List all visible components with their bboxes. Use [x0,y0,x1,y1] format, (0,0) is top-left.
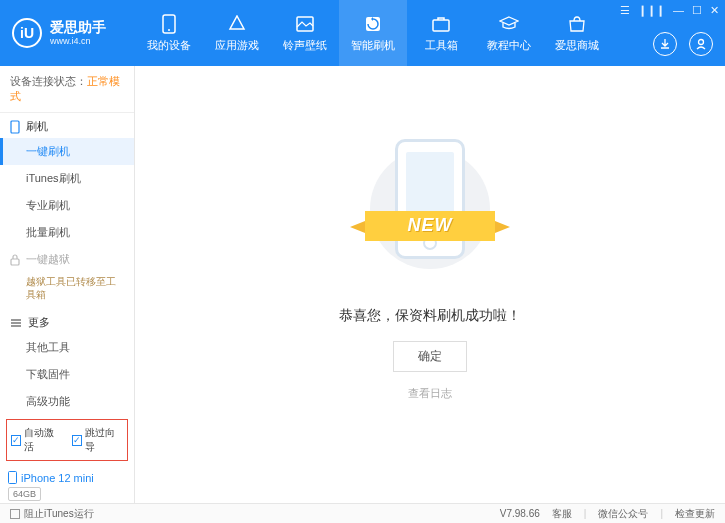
sidebar-group-flash[interactable]: 刷机 [0,113,134,138]
lock-icon [10,254,20,266]
nav-label: 爱思商城 [555,38,599,53]
checkbox-block-itunes[interactable]: 阻止iTunes运行 [10,507,94,521]
svg-rect-8 [9,472,17,484]
group-title: 更多 [28,315,50,330]
graduation-icon [499,14,519,34]
close-icon[interactable]: ✕ [710,4,719,17]
nav-label: 教程中心 [487,38,531,53]
check-icon: ✓ [11,435,21,446]
main-nav: 我的设备 应用游戏 铃声壁纸 智能刷机 工具箱 教程中心 爱思商城 [135,0,611,66]
connection-label: 设备连接状态： [10,75,87,87]
nav-tutorials[interactable]: 教程中心 [475,0,543,66]
footer: 阻止iTunes运行 V7.98.66 客服 | 微信公众号 | 检查更新 [0,503,725,523]
sidebar-item-other-tools[interactable]: 其他工具 [0,334,134,361]
app-url: www.i4.cn [50,36,106,46]
phone-illustration-icon [395,139,465,259]
connection-status: 设备连接状态：正常模式 [0,66,134,113]
wallpaper-icon [295,14,315,34]
device-storage: 64GB [8,487,41,501]
checkbox-row-highlight: ✓ 自动激活 ✓ 跳过向导 [6,419,128,461]
minimize-icon[interactable]: — [673,4,684,17]
skin-icon[interactable]: ❙❙❙ [638,4,665,17]
nav-store[interactable]: 爱思商城 [543,0,611,66]
success-illustration: NEW [355,139,505,289]
version-label: V7.98.66 [500,508,540,519]
sidebar-group-jailbreak: 一键越狱 [0,246,134,271]
menu-icon[interactable]: ☰ [620,4,630,17]
device-name-text: iPhone 12 mini [21,472,94,484]
checkbox-label: 跳过向导 [85,426,123,454]
phone-small-icon [10,120,20,134]
sidebar-item-download-firmware[interactable]: 下载固件 [0,361,134,388]
sidebar-group-more[interactable]: 更多 [0,309,134,334]
phone-icon [159,14,179,34]
svg-point-5 [699,40,704,45]
nav-label: 应用游戏 [215,38,259,53]
nav-label: 工具箱 [425,38,458,53]
sidebar-item-batch-flash[interactable]: 批量刷机 [0,219,134,246]
store-icon [567,14,587,34]
main-content: NEW 恭喜您，保资料刷机成功啦！ 确定 查看日志 [135,66,725,503]
apps-icon [227,14,247,34]
svg-rect-6 [11,121,19,133]
new-ribbon: NEW [365,211,495,241]
footer-block-label: 阻止iTunes运行 [24,507,94,521]
logo-icon: iU [12,18,42,48]
app-header: iU 爱思助手 www.i4.cn 我的设备 应用游戏 铃声壁纸 智能刷机 工具… [0,0,725,66]
footer-check-update-link[interactable]: 检查更新 [675,507,715,521]
footer-wechat-link[interactable]: 微信公众号 [598,507,648,521]
nav-ringtone-wallpaper[interactable]: 铃声壁纸 [271,0,339,66]
user-button[interactable] [689,32,713,56]
nav-apps-games[interactable]: 应用游戏 [203,0,271,66]
nav-label: 我的设备 [147,38,191,53]
nav-label: 铃声壁纸 [283,38,327,53]
phone-small-icon [8,471,17,484]
confirm-button[interactable]: 确定 [393,341,467,372]
sidebar-item-advanced[interactable]: 高级功能 [0,388,134,415]
sidebar-item-pro-flash[interactable]: 专业刷机 [0,192,134,219]
window-controls: ☰ ❙❙❙ — ☐ ✕ [620,4,719,17]
group-title: 一键越狱 [26,252,70,267]
group-title: 刷机 [26,119,48,134]
device-name: iPhone 12 mini [8,471,126,484]
checkbox-icon [10,509,20,519]
download-button[interactable] [653,32,677,56]
nav-my-device[interactable]: 我的设备 [135,0,203,66]
toolbox-icon [431,14,451,34]
logo-area: iU 爱思助手 www.i4.cn [0,18,135,48]
checkbox-auto-activate[interactable]: ✓ 自动激活 [11,426,62,454]
maximize-icon[interactable]: ☐ [692,4,702,17]
footer-service-link[interactable]: 客服 [552,507,572,521]
check-icon: ✓ [72,435,82,446]
nav-smart-flash[interactable]: 智能刷机 [339,0,407,66]
svg-point-1 [168,29,170,31]
sidebar-item-itunes-flash[interactable]: iTunes刷机 [0,165,134,192]
success-message: 恭喜您，保资料刷机成功啦！ [339,307,521,325]
svg-rect-7 [11,259,19,265]
jailbreak-note: 越狱工具已转移至工具箱 [0,271,134,309]
checkbox-skip-guide[interactable]: ✓ 跳过向导 [72,426,123,454]
sidebar: 设备连接状态：正常模式 刷机 一键刷机 iTunes刷机 专业刷机 批量刷机 一… [0,66,135,503]
checkbox-label: 自动激活 [24,426,62,454]
app-title: 爱思助手 [50,20,106,35]
svg-rect-4 [433,20,449,31]
header-right [653,32,713,56]
more-icon [10,318,22,328]
sidebar-item-one-click-flash[interactable]: 一键刷机 [0,138,134,165]
view-log-link[interactable]: 查看日志 [408,386,452,401]
nav-label: 智能刷机 [351,38,395,53]
flash-icon [363,14,383,34]
nav-toolbox[interactable]: 工具箱 [407,0,475,66]
